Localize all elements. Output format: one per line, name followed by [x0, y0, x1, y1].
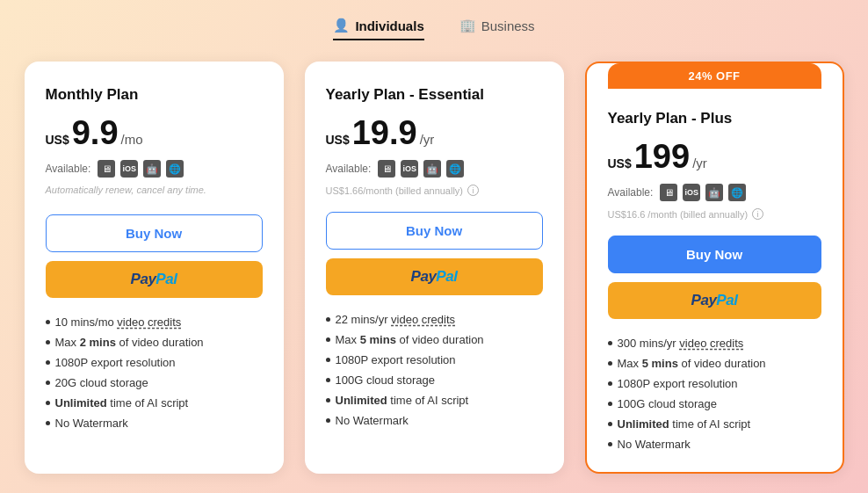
business-icon: 🏢 — [459, 18, 476, 33]
desktop-icon: 🖥 — [378, 160, 395, 178]
feature-video-credits: 22 mins/yr video credits — [326, 313, 543, 326]
feature-max-duration: Max 2 mins of video duration — [46, 336, 263, 349]
plan-plus-price: US$ 199 /yr — [608, 140, 821, 173]
plan-monthly-paypal-button[interactable]: PayPal — [46, 261, 263, 298]
bullet-icon — [608, 341, 612, 345]
plan-essential-price: US$ 19.9 /yr — [326, 116, 543, 149]
plan-plus-platforms: 🖥 iOS 🤖 🌐 — [660, 184, 746, 201]
feature-resolution: 1080P export resolution — [608, 377, 821, 390]
bullet-icon — [46, 320, 50, 324]
bullet-icon — [326, 358, 330, 362]
plan-plus-currency: US$ — [608, 156, 632, 170]
plan-monthly-platforms: 🖥 iOS 🤖 🌐 — [98, 160, 184, 178]
plan-essential-billing: US$1.66/month (billed annually) i — [326, 185, 543, 196]
tab-business[interactable]: 🏢 Business — [459, 18, 535, 40]
feature-watermark: No Watermark — [326, 414, 543, 427]
android-icon: 🤖 — [423, 160, 441, 178]
feature-video-credits: 300 mins/yr video credits — [608, 337, 821, 350]
plan-plus-buy-button[interactable]: Buy Now — [608, 236, 821, 273]
individuals-icon: 👤 — [333, 18, 350, 33]
plan-monthly: Monthly Plan US$ 9.9 /mo Available: 🖥 iO… — [25, 62, 284, 474]
plan-yearly-essential: Yearly Plan - Essential US$ 19.9 /yr Ava… — [305, 62, 564, 474]
plan-monthly-features: 10 mins/mo video credits Max 2 mins of v… — [46, 315, 263, 430]
plan-plus-available: Available: 🖥 iOS 🤖 🌐 — [608, 184, 821, 201]
ios-icon: iOS — [683, 184, 700, 201]
bullet-icon — [326, 337, 330, 342]
plan-essential-paypal-button[interactable]: PayPal — [326, 258, 543, 295]
plan-monthly-currency: US$ — [46, 133, 69, 147]
bullet-icon — [326, 317, 330, 322]
bullet-icon — [326, 398, 330, 402]
feature-storage: 100G cloud storage — [608, 397, 821, 410]
bullet-icon — [46, 401, 50, 405]
feature-ai-script: Unlimited time of AI script — [608, 417, 821, 431]
plan-essential-available: Available: 🖥 iOS 🤖 🌐 — [326, 160, 543, 178]
bullet-icon — [326, 378, 330, 382]
bullet-icon — [608, 381, 612, 386]
plan-plus-period: /yr — [692, 156, 707, 170]
plans-container: Monthly Plan US$ 9.9 /mo Available: 🖥 iO… — [7, 62, 862, 474]
plan-monthly-buy-button[interactable]: Buy Now — [46, 214, 263, 252]
plan-monthly-amount: 9.9 — [72, 116, 119, 149]
plan-plus-title: Yearly Plan - Plus — [608, 110, 821, 127]
tab-individuals[interactable]: 👤 Individuals — [333, 18, 423, 40]
plan-plus-amount: 199 — [634, 140, 690, 173]
bullet-icon — [46, 381, 50, 385]
plan-essential-available-label: Available: — [326, 163, 372, 175]
bullet-icon — [46, 421, 50, 425]
plan-essential-platforms: 🖥 iOS 🤖 🌐 — [378, 160, 464, 178]
plan-essential-currency: US$ — [326, 133, 350, 147]
feature-max-duration: Max 5 mins of video duration — [326, 333, 543, 346]
plan-essential-amount: 19.9 — [352, 116, 417, 149]
plan-monthly-available-label: Available: — [46, 163, 91, 175]
desktop-icon: 🖥 — [660, 184, 677, 201]
bullet-icon — [46, 340, 50, 344]
feature-resolution: 1080P export resolution — [326, 353, 543, 366]
plan-monthly-period: /mo — [121, 132, 143, 147]
ios-icon: iOS — [120, 160, 138, 178]
plan-essential-buy-button[interactable]: Buy Now — [326, 212, 543, 250]
desktop-icon: 🖥 — [98, 160, 115, 178]
ios-icon: iOS — [401, 160, 418, 178]
plan-monthly-available: Available: 🖥 iOS 🤖 🌐 — [46, 160, 263, 178]
bullet-icon — [608, 442, 612, 446]
plan-monthly-title: Monthly Plan — [46, 86, 263, 104]
feature-watermark: No Watermark — [608, 438, 821, 451]
feature-ai-script: Unlimited time of AI script — [326, 394, 543, 407]
android-icon: 🤖 — [143, 160, 161, 178]
bullet-icon — [608, 361, 612, 366]
web-icon: 🌐 — [166, 160, 184, 178]
android-icon: 🤖 — [705, 184, 723, 201]
bullet-icon — [608, 402, 612, 406]
feature-video-credits: 10 mins/mo video credits — [46, 315, 263, 329]
paypal-text: PayPal — [131, 271, 177, 288]
plan-essential-title: Yearly Plan - Essential — [326, 86, 543, 104]
feature-max-duration: Max 5 mins of video duration — [608, 357, 821, 370]
bullet-icon — [326, 418, 330, 423]
plan-plus-available-label: Available: — [608, 186, 654, 199]
plan-plus-features: 300 mins/yr video credits Max 5 mins of … — [608, 337, 821, 451]
web-icon: 🌐 — [728, 184, 746, 201]
plan-monthly-price: US$ 9.9 /mo — [46, 116, 263, 149]
info-icon: i — [752, 208, 763, 220]
tab-business-label: Business — [481, 18, 535, 33]
plan-essential-features: 22 mins/yr video credits Max 5 mins of v… — [326, 313, 543, 427]
info-icon: i — [467, 185, 479, 196]
plan-essential-period: /yr — [420, 132, 435, 147]
feature-storage: 100G cloud storage — [326, 373, 543, 387]
bullet-icon — [608, 422, 612, 426]
paypal-text: PayPal — [691, 292, 738, 309]
feature-watermark: No Watermark — [46, 417, 263, 430]
tab-individuals-label: Individuals — [355, 18, 423, 33]
bullet-icon — [46, 360, 50, 365]
plan-yearly-plus: 24% OFF Yearly Plan - Plus US$ 199 /yr A… — [585, 62, 844, 474]
paypal-text: PayPal — [411, 268, 458, 286]
tab-navigation: 👤 Individuals 🏢 Business — [333, 18, 534, 40]
plan-monthly-subtitle: Automatically renew, cancel any time. — [46, 185, 263, 199]
feature-resolution: 1080P export resolution — [46, 356, 263, 369]
feature-storage: 20G cloud storage — [46, 376, 263, 389]
web-icon: 🌐 — [446, 160, 464, 178]
feature-ai-script: Unlimited time of AI script — [46, 396, 263, 410]
plan-plus-paypal-button[interactable]: PayPal — [608, 282, 821, 319]
discount-badge: 24% OFF — [608, 63, 821, 89]
